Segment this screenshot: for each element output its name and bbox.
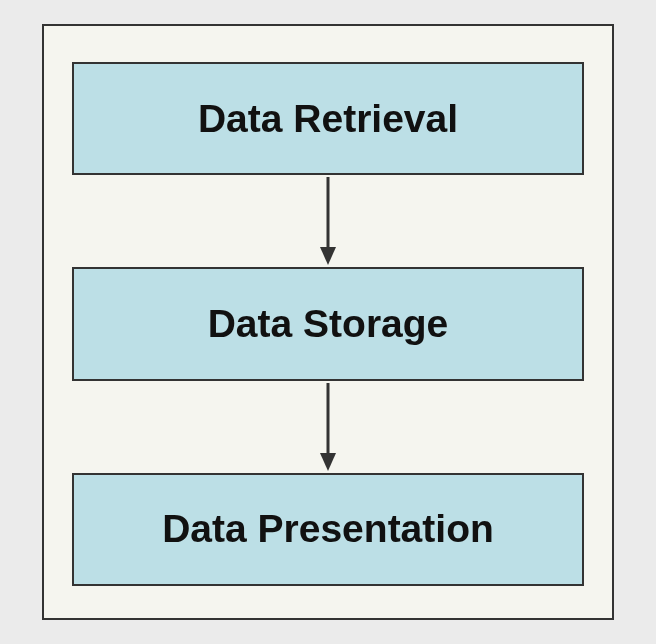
box-data-storage: Data Storage — [72, 267, 584, 380]
box-data-retrieval: Data Retrieval — [72, 62, 584, 175]
svg-marker-3 — [320, 453, 336, 471]
svg-marker-1 — [320, 247, 336, 265]
arrow-1 — [72, 175, 584, 267]
box-label: Data Presentation — [162, 507, 494, 551]
box-label: Data Retrieval — [198, 97, 458, 141]
arrow-down-icon — [316, 175, 340, 267]
diagram-frame: Data Retrieval Data Storage Data Present… — [42, 24, 614, 620]
arrow-down-icon — [316, 381, 340, 473]
box-label: Data Storage — [208, 302, 449, 346]
arrow-2 — [72, 381, 584, 473]
box-data-presentation: Data Presentation — [72, 473, 584, 586]
